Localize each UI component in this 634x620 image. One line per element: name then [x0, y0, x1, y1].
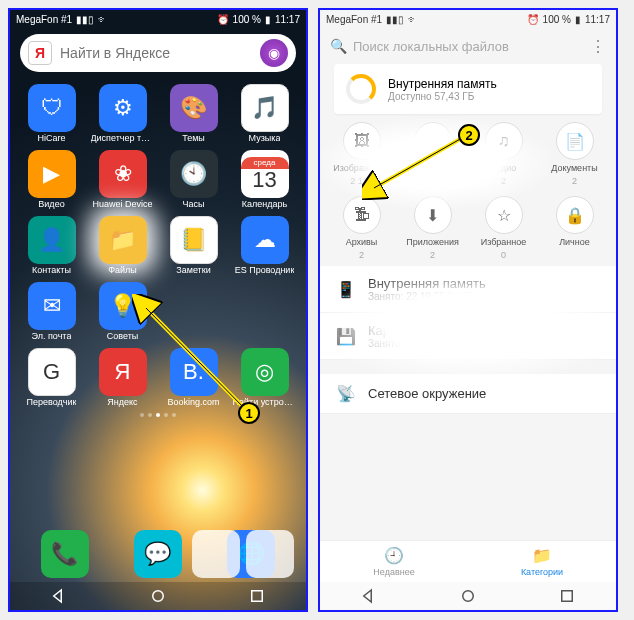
nav-recent[interactable]	[248, 587, 266, 605]
category-Изображения[interactable]: 🖼 Изображения 2 117	[326, 122, 397, 186]
yandex-search-bar[interactable]: Я ◉	[20, 34, 296, 72]
app-label: Календарь	[242, 200, 287, 210]
category-icon: ▶	[414, 122, 452, 160]
app-Яндекс[interactable]: ЯЯндекс	[87, 348, 158, 408]
app-icon-19[interactable]: ◎	[241, 348, 289, 396]
app-icon-13[interactable]: 💡	[99, 282, 147, 330]
folder-google[interactable]	[192, 530, 240, 578]
files-search[interactable]: 🔍 Поиск локальных файлов	[330, 38, 582, 54]
category-icon: ☆	[485, 196, 523, 234]
nav-back[interactable]	[360, 587, 378, 605]
app-icon-18[interactable]: B.	[170, 348, 218, 396]
tab-recent[interactable]: 🕘 Недавнее	[320, 541, 468, 582]
storage-icon: 📱	[336, 280, 356, 299]
app-icon-10[interactable]: 📒	[170, 216, 218, 264]
app-Темы[interactable]: 🎨Темы	[158, 84, 229, 144]
category-Архивы[interactable]: 🗜 Архивы 2	[326, 196, 397, 260]
files-app: MegaFon #1 ▮▮▯ ᯤ ⏰ 100 % ▮ 11:17 🔍 Поиск…	[318, 8, 618, 612]
signal-icon: ▮▮▯	[76, 14, 94, 25]
app-icon-17[interactable]: Я	[99, 348, 147, 396]
app-label: Huawei Device	[92, 200, 152, 210]
app-Найти устройство[interactable]: ◎Найти устройство	[229, 348, 300, 408]
category-Личное[interactable]: 🔒 Личное	[539, 196, 610, 260]
app-icon-8[interactable]: 👤	[28, 216, 76, 264]
app-Видео[interactable]: ▶Видео	[16, 150, 87, 210]
files-search-placeholder: Поиск локальных файлов	[353, 39, 509, 54]
app-icon-2[interactable]: 🎨	[170, 84, 218, 132]
network-item[interactable]: 📡 Сетевое окружение	[320, 374, 616, 414]
app-Контакты[interactable]: 👤Контакты	[16, 216, 87, 276]
app-icon-3[interactable]: 🎵	[241, 84, 289, 132]
alarm-icon: ⏰	[217, 14, 229, 25]
app-icon-1[interactable]: ⚙	[99, 84, 147, 132]
app-Huawei Device[interactable]: ❀Huawei Device	[87, 150, 158, 210]
app-grid: 🛡HiCare⚙Диспетчер телефона🎨Темы🎵Музыка▶В…	[10, 78, 306, 407]
app-label: Контакты	[32, 266, 71, 276]
app-Переводчик[interactable]: GПереводчик	[16, 348, 87, 408]
app-label: Переводчик	[27, 398, 77, 408]
category-Документы[interactable]: 📄 Документы 2	[539, 122, 610, 186]
app-Календарь[interactable]: среда 13Календарь	[229, 150, 300, 210]
category-Избранное[interactable]: ☆ Избранное 0	[468, 196, 539, 260]
app-icon-11[interactable]: ☁	[241, 216, 289, 264]
app-icon-5[interactable]: ❀	[99, 150, 147, 198]
app-icon-12[interactable]: ✉	[28, 282, 76, 330]
category-Приложения[interactable]: ⬇ Приложения 2	[397, 196, 468, 260]
internal-storage-card[interactable]: Внутренняя память Доступно 57,43 ГБ	[334, 64, 602, 114]
app-Музыка[interactable]: 🎵Музыка	[229, 84, 300, 144]
category-icon: ♫	[485, 122, 523, 160]
app-Диспетчер телефона[interactable]: ⚙Диспетчер телефона	[87, 84, 158, 144]
app-label: ES Проводник	[235, 266, 295, 276]
nav-back[interactable]	[50, 587, 68, 605]
home-screen: MegaFon #1 ▮▮▯ ᯤ ⏰ 100 % ▮ 11:17 Я ◉ 🛡Hi…	[8, 8, 308, 612]
battery-label: 100 %	[543, 14, 571, 25]
app-Файлы[interactable]: 📁Файлы	[87, 216, 158, 276]
nav-home[interactable]	[459, 587, 477, 605]
category-icon: 🗜	[343, 196, 381, 234]
storage-Внутренняя память[interactable]: 📱 Внутренняя память Занято: 22,19 ГБ/64 …	[320, 266, 616, 313]
app-Советы[interactable]: 💡Советы	[87, 282, 158, 342]
app-HiCare[interactable]: 🛡HiCare	[16, 84, 87, 144]
network-icon: 📡	[336, 384, 356, 403]
dock-Сообщения[interactable]: 💬	[134, 530, 182, 578]
svg-rect-5	[561, 591, 572, 602]
dock-Телефон[interactable]: 📞	[41, 530, 89, 578]
app-ES Проводник[interactable]: ☁ES Проводник	[229, 216, 300, 276]
storage-icon: 💾	[336, 327, 356, 346]
svg-point-4	[463, 591, 474, 602]
app-label: Темы	[182, 134, 205, 144]
app-Заметки[interactable]: 📒Заметки	[158, 216, 229, 276]
storage-title: Внутренняя память	[388, 77, 497, 91]
app-icon-9[interactable]: 📁	[99, 216, 147, 264]
battery-icon: ▮	[575, 14, 581, 25]
app-Часы[interactable]: 🕙Часы	[158, 150, 229, 210]
svg-point-0	[153, 591, 164, 602]
category-icon: ⬇	[414, 196, 452, 234]
app-Booking.com[interactable]: B.Booking.com	[158, 348, 229, 408]
search-input[interactable]	[60, 45, 252, 61]
carrier-label: MegaFon #1	[326, 14, 382, 25]
clock-label: 11:17	[585, 14, 610, 25]
alarm-icon: ⏰	[527, 14, 539, 25]
status-bar: MegaFon #1 ▮▮▯ ᯤ ⏰ 100 % ▮ 11:17	[320, 10, 616, 28]
app-icon-16[interactable]: G	[28, 348, 76, 396]
nav-recent[interactable]	[558, 587, 576, 605]
app-icon-6[interactable]: 🕙	[170, 150, 218, 198]
signal-icon: ▮▮▯	[386, 14, 404, 25]
tab-categories[interactable]: 📁 Категории	[468, 541, 616, 582]
app-Эл. почта[interactable]: ✉Эл. почта	[16, 282, 87, 342]
app-label: HiCare	[37, 134, 65, 144]
calendar-icon[interactable]: среда 13	[241, 150, 289, 198]
status-bar: MegaFon #1 ▮▮▯ ᯤ ⏰ 100 % ▮ 11:17	[10, 10, 306, 28]
annotation-2: 2	[458, 124, 480, 146]
nav-home[interactable]	[149, 587, 167, 605]
app-icon-0[interactable]: 🛡	[28, 84, 76, 132]
bottom-tabs: 🕘 Недавнее 📁 Категории	[320, 540, 616, 582]
app-label: Часы	[183, 200, 205, 210]
overflow-menu[interactable]: ⋮	[590, 37, 606, 56]
storage-Карта памяти[interactable]: 💾 Карта памяти Занято: 304,74 МБ/15,92 Г…	[320, 313, 616, 360]
voice-assistant-button[interactable]: ◉	[260, 39, 288, 67]
folder-tools[interactable]	[246, 530, 294, 578]
app-icon-4[interactable]: ▶	[28, 150, 76, 198]
battery-label: 100 %	[233, 14, 261, 25]
